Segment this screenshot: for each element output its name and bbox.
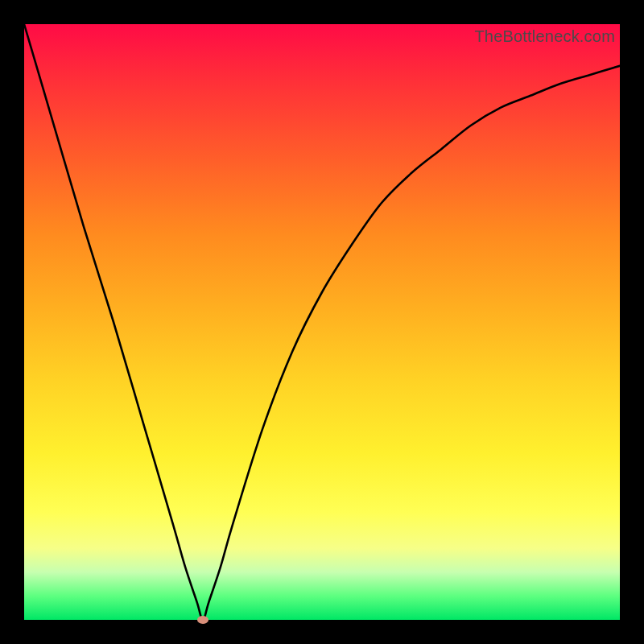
- chart-frame: TheBottleneck.com: [0, 0, 644, 644]
- plot-area: TheBottleneck.com: [24, 24, 620, 620]
- bottleneck-curve: [24, 24, 620, 620]
- optimal-point-marker: [197, 616, 208, 624]
